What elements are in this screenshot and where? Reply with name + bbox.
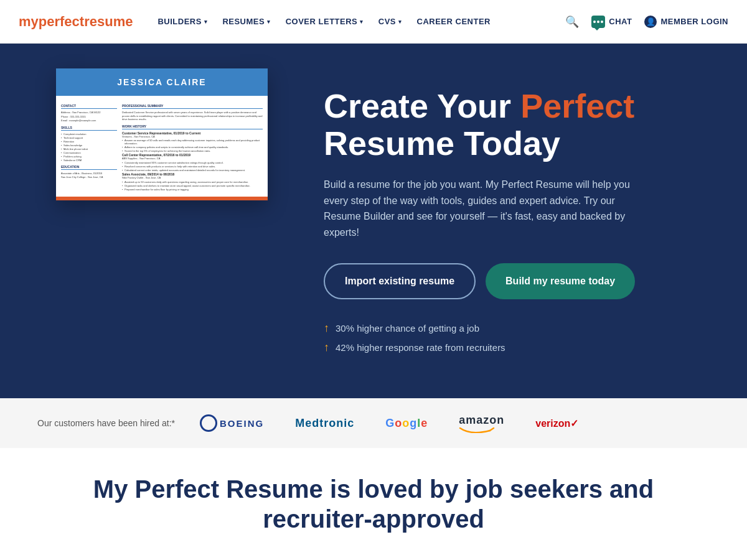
- skill-item: Technical support: [61, 136, 117, 139]
- google-o1: o: [395, 417, 402, 429]
- verizon-checkmark: ✓: [570, 418, 578, 429]
- contact-phone: Phone : 555-555-5555: [61, 115, 117, 119]
- arrow-up-icon: ↑: [324, 341, 329, 354]
- contact-address: Address : San Francisco, CA 94122: [61, 111, 117, 114]
- resume-body: CONTACT Address : San Francisco, CA 9412…: [56, 96, 268, 197]
- hero-title-accent: Perfect: [520, 87, 634, 124]
- skill-item: Sales knowledge: [61, 144, 117, 147]
- boeing-ring: [200, 414, 217, 432]
- user-icon: [644, 16, 657, 28]
- bottom-title: My Perfect Resume is loved by job seeker…: [37, 474, 710, 534]
- chat-button[interactable]: CHAT: [591, 16, 632, 28]
- hero-title: Create Your Perfect Resume Today: [324, 88, 697, 162]
- arrow-up-icon: ↑: [324, 322, 329, 335]
- stat-text-2: 42% higher response rate from recruiters: [336, 342, 505, 353]
- resume-header: JESSICA CLAIRE: [56, 68, 268, 96]
- brand-name-part2: resume: [84, 14, 133, 29]
- chat-dot: [597, 21, 599, 23]
- job-bullet: Consistently maintained 95% customer ser…: [122, 161, 263, 164]
- chat-dot: [593, 21, 596, 23]
- google-g: G: [385, 417, 395, 429]
- skill-item: Communication: [61, 151, 117, 154]
- chevron-down-icon: ▾: [360, 19, 364, 25]
- google-g2: g: [410, 417, 417, 429]
- nav-item-builders[interactable]: BUILDERS ▾: [151, 12, 214, 31]
- amazon-text: amazon: [459, 414, 504, 427]
- skill-item: Complaint resolution: [61, 133, 117, 136]
- job-bullet: Scored in the top 5% of employees for ac…: [122, 149, 263, 152]
- brand-name-part1: myperfect: [19, 14, 84, 29]
- brand-logo[interactable]: myperfectresume: [19, 14, 133, 30]
- member-login-button[interactable]: MEMBER LOGIN: [644, 16, 728, 28]
- resume-card: JESSICA CLAIRE CONTACT Address : San Fra…: [56, 68, 268, 200]
- skill-item: Problem-solving: [61, 155, 117, 158]
- google-o2: o: [402, 417, 410, 429]
- build-resume-button[interactable]: Build my resume today: [486, 263, 635, 299]
- navbar: myperfectresume BUILDERS ▾ RESUMES ▾ COV…: [0, 0, 747, 44]
- hired-bar: Our customers have been hired at:* BOEIN…: [0, 398, 747, 448]
- resume-left-column: CONTACT Address : San Francisco, CA 9412…: [61, 101, 117, 192]
- hero-stats: ↑ 30% higher chance of getting a job ↑ 4…: [324, 322, 697, 354]
- job-bullet: Assisted up to 50 customers daily with q…: [122, 180, 263, 184]
- nav-item-resumes[interactable]: RESUMES ▾: [216, 12, 276, 31]
- hero-content: Create Your Perfect Resume Today Build a…: [299, 44, 747, 398]
- hero-buttons: Import existing resume Build my resume t…: [324, 263, 697, 299]
- stat-item-1: ↑ 30% higher chance of getting a job: [324, 322, 697, 335]
- contact-section-title: CONTACT: [61, 104, 117, 109]
- verizon-logo: verizon✓: [535, 418, 578, 429]
- company-logos: BOEING Medtronic Google amazon verizon✓: [200, 414, 710, 433]
- boeing-name: BOEING: [220, 418, 264, 429]
- skill-item: Retention: [61, 140, 117, 143]
- skill-item: Multi-line phone talent: [61, 147, 117, 151]
- medtronic-logo: Medtronic: [295, 417, 354, 430]
- hired-text: Our customers have been hired at:*: [37, 418, 175, 428]
- education-degree: Associate of Arts - Business, 01/2016: [61, 172, 117, 175]
- job-bullet: Adhere to company policies and scripts t…: [122, 146, 263, 149]
- bottom-section: My Perfect Resume is loved by job seeker…: [0, 448, 747, 560]
- nav-item-cvs[interactable]: CVs ▾: [372, 12, 408, 31]
- import-resume-button[interactable]: Import existing resume: [324, 263, 476, 299]
- chevron-down-icon: ▾: [398, 19, 402, 25]
- boeing-logo: BOEING: [200, 414, 264, 432]
- job-company-2: ABS Supplies - San Francisco, CA: [122, 157, 263, 161]
- resume-preview-side: JESSICA CLAIRE CONTACT Address : San Fra…: [0, 44, 299, 398]
- chat-dot: [601, 21, 603, 23]
- job-bullet: Calculated correct order totals, updated…: [122, 169, 263, 172]
- amazon-logo: amazon: [459, 414, 504, 433]
- hero-section: JESSICA CLAIRE CONTACT Address : San Fra…: [0, 44, 747, 398]
- job-bullet: Answer an average of 50 calls and emails…: [122, 139, 263, 145]
- job-company-3: Nike Factory Outlet - San Jose, CA: [122, 176, 263, 180]
- skill-item: Salesforce CRM: [61, 159, 117, 162]
- google-logo: Google: [385, 417, 428, 430]
- hero-title-part2: Resume Today: [324, 124, 560, 162]
- job-bullet: Prepared merchandise for sales floor by …: [122, 188, 263, 191]
- chevron-down-icon: ▾: [267, 19, 271, 25]
- job-bullet: Organized racks and shelves to maintain …: [122, 184, 263, 187]
- nav-right: 🔍 CHAT MEMBER LOGIN: [565, 15, 728, 29]
- google-e: e: [421, 417, 428, 429]
- chat-bubble-icon: [591, 16, 605, 28]
- resume-name: JESSICA CLAIRE: [62, 77, 261, 87]
- skills-section-title: SKILLS: [61, 126, 117, 131]
- stat-item-2: ↑ 42% higher response rate from recruite…: [324, 341, 697, 354]
- chevron-down-icon: ▾: [204, 19, 208, 25]
- education-school: San Jose City College - San Jose, CA: [61, 175, 117, 179]
- nav-item-career-center[interactable]: CAREER CENTER: [411, 12, 497, 31]
- nav-links: BUILDERS ▾ RESUMES ▾ COVER LETTERS ▾ CVs…: [151, 12, 565, 31]
- stat-text-1: 30% higher chance of getting a job: [336, 323, 479, 334]
- contact-email: Email : example@example.com: [61, 119, 117, 123]
- nav-item-cover-letters[interactable]: COVER LETTERS ▾: [280, 12, 370, 31]
- job-company-1: Ventures - San Francisco, CA: [122, 135, 263, 139]
- history-section-title: WORK HISTORY: [122, 124, 263, 129]
- education-section-title: EDUCATION: [61, 165, 117, 170]
- search-icon[interactable]: 🔍: [565, 15, 579, 29]
- hero-title-part1: Create Your: [324, 87, 520, 124]
- job-bullet: Resolved concerns with products or servi…: [122, 165, 263, 168]
- summary-section-title: PROFESSIONAL SUMMARY: [122, 104, 263, 109]
- resume-right-column: PROFESSIONAL SUMMARY Dedicated Customer …: [122, 101, 263, 192]
- amazon-smile-svg: [459, 427, 499, 433]
- summary-text: Dedicated Customer Service professional …: [122, 111, 263, 121]
- hero-subtitle: Build a resume for the job you want. My …: [324, 177, 647, 240]
